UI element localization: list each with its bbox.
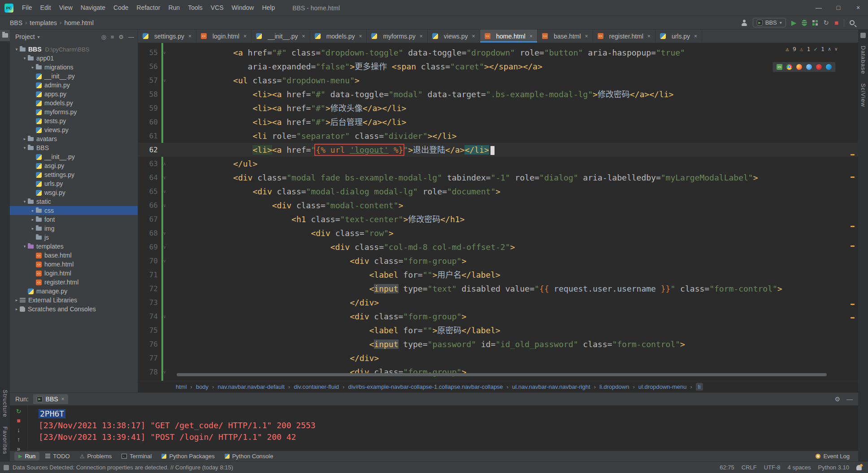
tree-row[interactable]: myforms.py xyxy=(10,108,138,116)
tree-row[interactable]: __init__.py xyxy=(10,72,138,81)
line-number[interactable]: 62 xyxy=(138,143,158,157)
editor-tab-register.html[interactable]: <>register.html× xyxy=(593,30,655,43)
search-everywhere-icon[interactable] xyxy=(850,20,855,25)
expand-arrow-icon[interactable]: ▸ xyxy=(13,298,20,302)
horizontal-scrollbar[interactable] xyxy=(177,373,827,376)
tool-tab-python-packages[interactable]: Python Packages xyxy=(157,452,218,460)
editor-tab-models.py[interactable]: models.py× xyxy=(310,30,367,43)
warning-stripe-mark[interactable] xyxy=(851,154,855,155)
run-tab[interactable]: ▶ BBS × xyxy=(33,394,68,404)
line-number[interactable]: 72 xyxy=(138,282,158,296)
chrome-icon[interactable] xyxy=(786,64,792,70)
notification-bell-icon[interactable] xyxy=(856,465,862,470)
breadcrumb-item[interactable]: ul.nav.navbar-nav.navbar-right xyxy=(512,383,590,390)
expand-arrow-icon[interactable]: ▸ xyxy=(30,65,36,69)
line-number[interactable]: 60 xyxy=(138,115,158,129)
fold-icon[interactable]: ∨ xyxy=(158,73,171,87)
status-indent-style[interactable]: 4 spaces xyxy=(788,464,811,471)
tree-row[interactable]: ▸External Libraries xyxy=(10,296,138,305)
menu-item-vcs[interactable]: VCS xyxy=(207,0,228,16)
code-line[interactable]: 61 <li role="separator" class="divider">… xyxy=(138,129,858,143)
menu-item-edit[interactable]: Edit xyxy=(36,0,55,16)
up-stack-trace-button[interactable]: ↑ xyxy=(17,436,20,443)
menu-item-refactor[interactable]: Refactor xyxy=(133,0,165,16)
menu-item-help[interactable]: Help xyxy=(258,0,279,16)
tree-row[interactable]: apps.py xyxy=(10,90,138,99)
tool-tab-problems[interactable]: ⚠Problems xyxy=(76,452,116,460)
tool-tab-run[interactable]: ▶Run xyxy=(14,452,39,460)
tab-close-icon[interactable]: × xyxy=(243,33,247,39)
status-caret-position[interactable]: 62:75 xyxy=(720,464,734,471)
stop-button[interactable]: ■ xyxy=(17,417,20,424)
code-line[interactable]: 65∨ <div class="modal-dialog modal-lg" r… xyxy=(138,185,858,198)
editor-tab-home.html[interactable]: <>home.html× xyxy=(480,30,538,43)
opera-icon[interactable] xyxy=(816,64,822,70)
menu-item-file[interactable]: File xyxy=(18,0,36,16)
close-button[interactable]: × xyxy=(848,0,868,16)
fold-icon[interactable]: ∨ xyxy=(158,365,171,379)
expand-arrow-icon[interactable]: ▾ xyxy=(22,56,28,60)
warning-stripe-mark[interactable] xyxy=(851,304,855,305)
tree-row[interactable]: __init__.py xyxy=(10,152,138,161)
hide-panel-icon[interactable]: — xyxy=(846,396,853,403)
fold-icon[interactable]: ∨ xyxy=(158,185,171,198)
tree-row[interactable]: ▸css xyxy=(10,206,138,215)
menu-item-window[interactable]: Window xyxy=(228,0,258,16)
line-number[interactable]: 55 xyxy=(138,46,158,60)
fold-icon[interactable]: ∨ xyxy=(158,310,171,323)
console-output[interactable]: 2PH6T[23/Nov/2021 13:38:17] "GET /get_co… xyxy=(28,405,858,451)
code-line[interactable]: 55∨ <a href="#" class="dropdown-toggle" … xyxy=(138,46,858,60)
tree-row[interactable]: <>base.html xyxy=(10,251,138,260)
code-line[interactable]: 74∨ <div class="form-group"> xyxy=(138,310,858,323)
expand-arrow-icon[interactable]: ▾ xyxy=(22,146,28,150)
expand-arrow-icon[interactable]: ▾ xyxy=(22,244,28,249)
line-number[interactable]: 79 xyxy=(138,379,158,381)
fold-icon[interactable]: ∨ xyxy=(158,46,171,60)
menu-item-navigate[interactable]: Navigate xyxy=(77,0,109,16)
code-line[interactable]: 69∨ <div class="col-md-8 col-md-offset-2… xyxy=(138,240,858,254)
minimize-button[interactable]: — xyxy=(809,0,829,16)
tree-row[interactable]: ▸font xyxy=(10,215,138,224)
line-number[interactable]: 66 xyxy=(138,198,158,212)
gear-icon[interactable]: ⚙ xyxy=(834,396,840,403)
status-file-encoding[interactable]: UTF-8 xyxy=(764,464,781,471)
hide-panel-icon[interactable]: — xyxy=(128,34,134,40)
code-line[interactable]: 76 <input type="password" id="id_old_pas… xyxy=(138,337,858,351)
restart-button[interactable]: ↻ xyxy=(823,19,829,26)
line-number[interactable]: 67 xyxy=(138,212,158,226)
line-number[interactable]: 61 xyxy=(138,129,158,143)
tree-row[interactable]: ▸avatars xyxy=(10,134,138,143)
tree-row[interactable]: ▾templates xyxy=(10,242,138,251)
code-line[interactable]: 56 aria-expanded="false">更多操作 <span clas… xyxy=(138,60,858,73)
fold-icon[interactable]: ∨ xyxy=(158,171,171,185)
right-stripe-icon-1[interactable] xyxy=(858,30,868,41)
warning-stripe-mark[interactable] xyxy=(851,176,855,178)
menu-item-view[interactable]: View xyxy=(55,0,77,16)
code-line[interactable]: 62 <li><a href="{% url 'logout' %}">退出登陆… xyxy=(138,143,858,157)
warning-stripe-mark[interactable] xyxy=(851,317,855,318)
expand-arrow-icon[interactable]: ▸ xyxy=(13,307,20,311)
expand-arrow-icon[interactable]: ▾ xyxy=(22,199,28,204)
line-number[interactable]: 63 xyxy=(138,157,158,171)
status-message[interactable]: Data Sources Detected: Connection proper… xyxy=(13,464,233,471)
code-line[interactable]: 68∨ <div class="row"> xyxy=(138,226,858,240)
code-line[interactable]: 66∨ <div class="modal-content"> xyxy=(138,198,858,212)
stripe-label-database[interactable]: Database xyxy=(860,46,867,74)
warning-stripe-mark[interactable] xyxy=(851,226,855,227)
tree-row[interactable]: ▾static xyxy=(10,197,138,206)
code-line[interactable]: 67 <h1 class="text-center">修改密码</h1> xyxy=(138,212,858,226)
rerun-button[interactable]: ↻ xyxy=(16,408,22,414)
tree-row[interactable]: views.py xyxy=(10,125,138,134)
line-number[interactable]: 70 xyxy=(138,254,158,268)
breadcrumb-item[interactable]: div.container-fluid xyxy=(294,383,339,390)
tree-row[interactable]: admin.py xyxy=(10,81,138,90)
firefox-icon[interactable] xyxy=(796,64,802,70)
breadcrumb-item[interactable]: nav.navbar.navbar-default xyxy=(217,383,284,390)
tree-row[interactable]: ▸migrations xyxy=(10,63,138,72)
line-number[interactable]: 64 xyxy=(138,171,158,185)
tree-row[interactable]: settings.py xyxy=(10,170,138,179)
line-number[interactable]: 65 xyxy=(138,185,158,198)
fold-icon[interactable]: ∨ xyxy=(158,254,171,268)
editor-tab-__init__.py[interactable]: __init__.py× xyxy=(252,30,310,43)
console-line[interactable]: 2PH6T xyxy=(39,408,858,420)
